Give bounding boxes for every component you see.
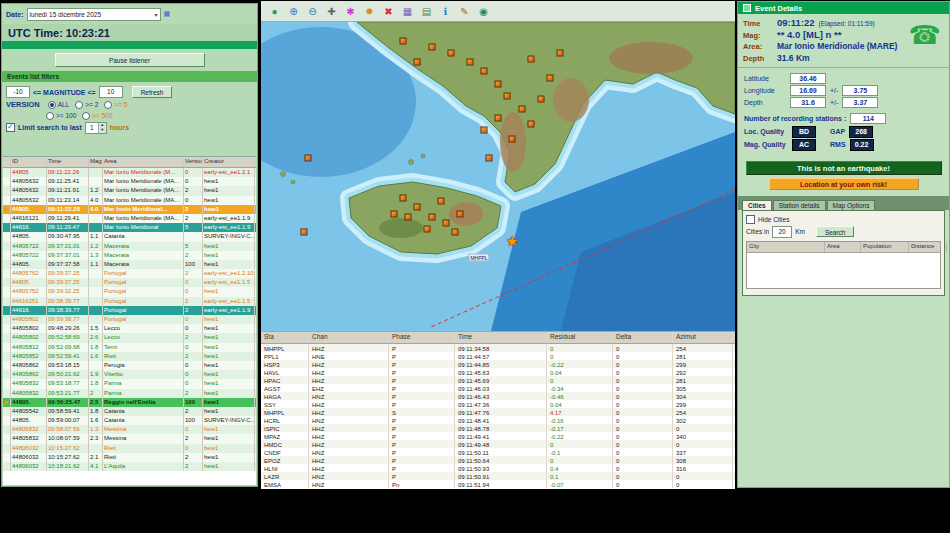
- pick-row[interactable]: HPAC HHZ P 09:11:45.69 0 0 281: [261, 376, 735, 384]
- zoom-in-icon[interactable]: ⊕: [286, 4, 301, 19]
- pick-row[interactable]: EPOZ HHZ P 09:11:50.64 0 0 308: [261, 456, 735, 464]
- locate-own-risk-button[interactable]: Location at your own risk!: [769, 178, 919, 190]
- event-row[interactable]: 44805. 09:39:37.25 Portugal 0 early-est_…: [3, 278, 256, 287]
- pick-row[interactable]: CNDF HNZ P 09:11:50.11 -0.1 0 337: [261, 448, 735, 456]
- seismic-map[interactable]: ★ MHPPL: [261, 22, 735, 331]
- quake-marker[interactable]: [305, 154, 312, 161]
- quake-marker[interactable]: [400, 37, 407, 44]
- zoom-out-icon[interactable]: ⊖: [305, 4, 320, 19]
- event-row[interactable]: 44805. 09:37:37.58 1.1 Macerata 100 hew1: [3, 260, 256, 269]
- quake-marker[interactable]: [528, 120, 535, 127]
- event-row[interactable]: ▶ 44805. 09:11:22.26 4.0 Mar Ionio Merid…: [3, 205, 256, 214]
- quake-marker[interactable]: [556, 49, 563, 56]
- pick-row[interactable]: HSP3 HHZ P 09:11:44.85 -0.22 0 299: [261, 360, 735, 368]
- quake-marker[interactable]: MHPPL: [468, 253, 489, 260]
- calendar-icon[interactable]: ▦: [164, 10, 171, 18]
- quake-marker[interactable]: ★: [506, 233, 519, 249]
- quake-marker[interactable]: [428, 213, 435, 220]
- edit-icon[interactable]: ✎: [457, 4, 472, 19]
- print-icon[interactable]: ▤: [419, 4, 434, 19]
- quake-marker[interactable]: [537, 96, 544, 103]
- radius-input[interactable]: 20: [772, 226, 792, 238]
- events-table-header[interactable]: ID Time Mag Area Version Creator: [3, 157, 256, 168]
- hours-stepper[interactable]: 1 ▲▼: [85, 122, 107, 134]
- version-radio-2[interactable]: >= 2: [75, 101, 98, 109]
- event-row[interactable]: 44616251 09:38:39.77 Portugal 2 early-es…: [3, 297, 256, 306]
- version-radio-5[interactable]: >= 5: [104, 101, 127, 109]
- quake-marker[interactable]: [452, 229, 459, 236]
- event-row[interactable]: 44805862 09:50:21.62 1.9 Viterbo 0 hew1: [3, 370, 256, 379]
- quake-marker[interactable]: [504, 93, 511, 100]
- event-row[interactable]: 44805722 09:37:21.01 1.2 Macerata 5 hew1: [3, 242, 256, 251]
- quake-marker[interactable]: [442, 219, 449, 226]
- event-row[interactable]: 44806032 10:15:27.62 2.1 Rieti 2 hew1: [3, 453, 256, 462]
- event-row[interactable]: 44805832 09:53:21.77 2 Parma 2 hew1: [3, 389, 256, 398]
- quake-marker[interactable]: [495, 80, 502, 87]
- quake-marker[interactable]: [547, 74, 554, 81]
- pick-row[interactable]: ISPIC HHZ P 09:11:48.78 -0.17 0 0: [261, 424, 735, 432]
- picks-table-header[interactable]: Sta Chan Phase Time Residual Delta Azimu…: [261, 332, 735, 344]
- mag-max-input[interactable]: 10: [99, 86, 123, 98]
- pick-row[interactable]: MHPPL HHZ S 09:11:47.76 4.17 0 254: [261, 408, 735, 416]
- quake-marker[interactable]: [518, 105, 525, 112]
- quake-marker[interactable]: [414, 59, 421, 66]
- quake-marker[interactable]: [438, 198, 445, 205]
- quake-marker[interactable]: [428, 43, 435, 50]
- quake-marker[interactable]: [457, 210, 464, 217]
- limit-search-checkbox[interactable]: [6, 123, 15, 132]
- event-row[interactable]: 44805762 09:39:37.25 Portugal 2 early-es…: [3, 269, 256, 278]
- quake-marker[interactable]: [447, 49, 454, 56]
- version-radio-all[interactable]: ALL: [48, 101, 70, 109]
- refresh-button[interactable]: Refresh: [132, 86, 173, 98]
- event-row[interactable]: 44806032 10:15:27.62 Rieti 0 hew1: [3, 444, 256, 453]
- event-row[interactable]: 44805542 09:58:59.41 1.8 Catania 2 hew1: [3, 407, 256, 416]
- close-icon[interactable]: ✖: [381, 4, 396, 19]
- pause-listener-button[interactable]: Pause listener: [55, 53, 205, 67]
- tab-cities[interactable]: Cities: [742, 200, 772, 210]
- select-icon[interactable]: ✱: [343, 4, 358, 19]
- quake-marker[interactable]: [300, 229, 307, 236]
- event-row[interactable]: 44805802 09:52:58.69 2.6 Lecco 2 hew1: [3, 333, 256, 342]
- event-row[interactable]: 44805632 09:11:23.14 4.0 Mar Ionio Merid…: [3, 196, 256, 205]
- event-row[interactable]: 44805832 09:53:18.77 1.8 Parma 0 hew1: [3, 379, 256, 388]
- pick-row[interactable]: EMSA HNZ Pn 09:11:51.94 -0.07 0 0: [261, 480, 735, 488]
- search-cities-button[interactable]: Search: [816, 226, 855, 237]
- tab-station-details[interactable]: Station details: [773, 200, 826, 210]
- event-row[interactable]: 44805. 09:30:47.95 1.1 Catania SURVEY-IN…: [3, 232, 256, 241]
- layers-icon[interactable]: ▦: [400, 4, 415, 19]
- quake-marker[interactable]: [423, 226, 430, 233]
- event-row[interactable]: 44806032 10:18:21.62 4.1 L'Aquila 2 hew1: [3, 462, 256, 471]
- event-row[interactable]: 44805812 09:52:09.68 1.8 Terni 0 hew1: [3, 343, 256, 352]
- phone-icon[interactable]: ☎: [909, 22, 941, 48]
- event-row[interactable]: 44616121 09:11:29.41 Mar Ionio Meridiona…: [3, 214, 256, 223]
- globe-icon[interactable]: ◉: [476, 4, 491, 19]
- pick-row[interactable]: SSY HHZ P 09:11:47.36 0.04 0 299: [261, 400, 735, 408]
- event-row[interactable]: 44805752 09:39:32.25 Portugal 0 hew1: [3, 287, 256, 296]
- version-radio-100[interactable]: >= 100: [46, 112, 76, 120]
- event-row[interactable]: 44616. 09:38:39.77 Portugal 2 early-est_…: [3, 306, 256, 315]
- tab-map-options[interactable]: Map Options: [827, 200, 876, 210]
- hide-cities-checkbox[interactable]: [746, 215, 755, 224]
- event-row[interactable]: 44805. 09:59:00.07 1.6 Catania 100 SURVE…: [3, 416, 256, 425]
- pick-row[interactable]: HAGA HNZ P 09:11:46.43 -0.46 0 304: [261, 392, 735, 400]
- event-row[interactable]: 44805802 09:39:38.77 Portugal 0 hew1: [3, 315, 256, 324]
- event-row[interactable]: 44805722 09:37:37.01 1.3 Macerata 2 hew1: [3, 251, 256, 260]
- pick-row[interactable]: LAZR HNZ P 09:11:50.91 0.1 0 0: [261, 472, 735, 480]
- quake-marker[interactable]: [466, 59, 473, 66]
- event-row[interactable]: 44805802 09:48:29.26 1.5 Lecco 0 hew1: [3, 324, 256, 333]
- quake-marker[interactable]: [414, 204, 421, 211]
- pick-row[interactable]: PPL1 HNE P 09:11:44.57 0 0 281: [261, 352, 735, 360]
- pick-row[interactable]: HLNI HHZ P 09:11:50.93 0.4 0 316: [261, 464, 735, 472]
- quake-marker[interactable]: [480, 127, 487, 134]
- settings-icon[interactable]: ✸: [362, 4, 377, 19]
- quake-marker[interactable]: [509, 136, 516, 143]
- cities-table-header[interactable]: City Area Population Distance: [747, 242, 940, 253]
- pick-row[interactable]: HAVL HHZ P 09:11:45.63 0.04 0 292: [261, 368, 735, 376]
- pick-row[interactable]: MPAZ HHZ P 09:11:49.41 -0.22 0 340: [261, 432, 735, 440]
- event-row[interactable]: 44805632 09:11:25.41 Mar Ionio Meridiona…: [3, 177, 256, 186]
- mag-min-input[interactable]: -10: [6, 86, 30, 98]
- chevron-down-icon[interactable]: ▾: [155, 11, 158, 18]
- quake-marker[interactable]: [528, 56, 535, 63]
- quake-marker[interactable]: [400, 195, 407, 202]
- status-icon[interactable]: ●: [267, 4, 282, 19]
